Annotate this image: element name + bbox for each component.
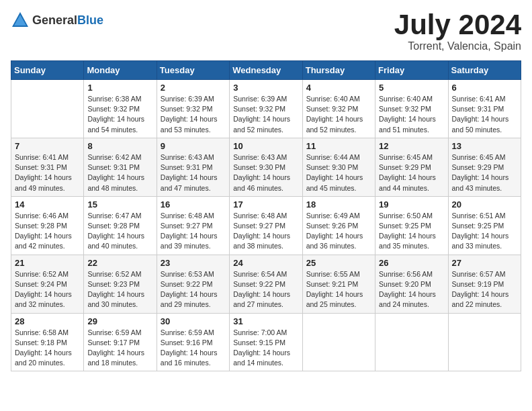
calendar-cell: 22Sunrise: 6:52 AM Sunset: 9:23 PM Dayli… [84,255,157,313]
calendar-cell: 21Sunrise: 6:52 AM Sunset: 9:24 PM Dayli… [11,255,84,313]
calendar-week-row: 28Sunrise: 6:58 AM Sunset: 9:18 PM Dayli… [11,313,521,371]
day-info: Sunrise: 6:42 AM Sunset: 9:31 PM Dayligh… [87,152,152,193]
calendar-cell: 1Sunrise: 6:38 AM Sunset: 9:32 PM Daylig… [84,80,157,138]
day-number: 7 [15,141,80,151]
calendar-weekday-header: Wednesday [230,61,302,80]
day-info: Sunrise: 6:53 AM Sunset: 9:22 PM Dayligh… [161,269,226,310]
day-info: Sunrise: 6:56 AM Sunset: 9:20 PM Dayligh… [379,269,444,310]
calendar-weekday-header: Thursday [302,61,375,80]
calendar-cell [448,313,521,371]
calendar-cell: 17Sunrise: 6:48 AM Sunset: 9:27 PM Dayli… [230,196,302,255]
day-number: 24 [233,258,298,268]
day-number: 3 [233,83,298,93]
day-number: 25 [306,258,371,268]
day-number: 30 [161,316,226,326]
day-number: 31 [233,316,298,326]
calendar-cell [11,80,84,138]
calendar-cell: 6Sunrise: 6:41 AM Sunset: 9:31 PM Daylig… [448,80,521,138]
day-number: 6 [452,83,517,93]
day-number: 12 [379,141,444,151]
day-info: Sunrise: 6:52 AM Sunset: 9:24 PM Dayligh… [15,269,80,310]
calendar-cell: 19Sunrise: 6:50 AM Sunset: 9:25 PM Dayli… [375,196,448,255]
calendar-cell: 4Sunrise: 6:40 AM Sunset: 9:32 PM Daylig… [302,80,375,138]
calendar-weekday-header: Sunday [11,61,84,80]
calendar-cell: 30Sunrise: 6:59 AM Sunset: 9:16 PM Dayli… [157,313,229,371]
location-title: Torrent, Valencia, Spain [394,40,521,52]
day-info: Sunrise: 6:45 AM Sunset: 9:29 PM Dayligh… [379,152,444,193]
logo-icon [11,11,30,30]
day-info: Sunrise: 6:45 AM Sunset: 9:29 PM Dayligh… [452,152,517,193]
calendar-cell: 11Sunrise: 6:44 AM Sunset: 9:30 PM Dayli… [302,138,375,196]
calendar-table: SundayMondayTuesdayWednesdayThursdayFrid… [11,60,521,371]
calendar-weekday-header: Monday [84,61,157,80]
day-info: Sunrise: 6:40 AM Sunset: 9:32 PM Dayligh… [379,94,444,135]
day-number: 27 [452,258,517,268]
day-number: 15 [87,199,152,210]
day-info: Sunrise: 6:58 AM Sunset: 9:18 PM Dayligh… [15,328,80,369]
day-info: Sunrise: 6:54 AM Sunset: 9:22 PM Dayligh… [233,269,298,310]
calendar-cell: 10Sunrise: 6:43 AM Sunset: 9:30 PM Dayli… [230,138,302,196]
calendar-week-row: 14Sunrise: 6:46 AM Sunset: 9:28 PM Dayli… [11,196,521,255]
day-number: 17 [233,199,298,210]
calendar-cell: 23Sunrise: 6:53 AM Sunset: 9:22 PM Dayli… [157,255,229,313]
day-number: 23 [161,258,226,268]
day-info: Sunrise: 6:46 AM Sunset: 9:28 PM Dayligh… [15,211,80,252]
day-number: 10 [233,141,298,151]
day-info: Sunrise: 6:43 AM Sunset: 9:30 PM Dayligh… [233,152,298,193]
calendar-cell: 3Sunrise: 6:39 AM Sunset: 9:32 PM Daylig… [230,80,302,138]
calendar-cell: 28Sunrise: 6:58 AM Sunset: 9:18 PM Dayli… [11,313,84,371]
calendar-weekday-header: Friday [375,61,448,80]
day-number: 28 [15,316,80,326]
day-info: Sunrise: 6:48 AM Sunset: 9:27 PM Dayligh… [161,211,226,252]
day-info: Sunrise: 6:43 AM Sunset: 9:31 PM Dayligh… [161,152,226,193]
page-header: GeneralBlue July 2024 Torrent, Valencia,… [11,11,521,52]
title-area: July 2024 Torrent, Valencia, Spain [394,11,521,52]
day-number: 20 [452,199,517,210]
day-number: 4 [306,83,371,93]
day-number: 11 [306,141,371,151]
day-info: Sunrise: 6:41 AM Sunset: 9:31 PM Dayligh… [15,152,80,193]
calendar-cell: 27Sunrise: 6:57 AM Sunset: 9:19 PM Dayli… [448,255,521,313]
day-number: 1 [87,83,152,93]
calendar-weekday-header: Saturday [448,61,521,80]
day-info: Sunrise: 6:38 AM Sunset: 9:32 PM Dayligh… [87,94,152,135]
calendar-cell: 26Sunrise: 6:56 AM Sunset: 9:20 PM Dayli… [375,255,448,313]
day-number: 9 [161,141,226,151]
calendar-cell [302,313,375,371]
day-info: Sunrise: 6:52 AM Sunset: 9:23 PM Dayligh… [87,269,152,310]
calendar-cell: 9Sunrise: 6:43 AM Sunset: 9:31 PM Daylig… [157,138,229,196]
day-info: Sunrise: 6:50 AM Sunset: 9:25 PM Dayligh… [379,211,444,252]
day-number: 5 [379,83,444,93]
day-info: Sunrise: 6:40 AM Sunset: 9:32 PM Dayligh… [306,94,371,135]
calendar-week-row: 7Sunrise: 6:41 AM Sunset: 9:31 PM Daylig… [11,138,521,196]
day-info: Sunrise: 6:44 AM Sunset: 9:30 PM Dayligh… [306,152,371,193]
calendar-header-row: SundayMondayTuesdayWednesdayThursdayFrid… [11,61,521,80]
calendar-cell: 20Sunrise: 6:51 AM Sunset: 9:25 PM Dayli… [448,196,521,255]
day-number: 19 [379,199,444,210]
calendar-cell: 16Sunrise: 6:48 AM Sunset: 9:27 PM Dayli… [157,196,229,255]
day-info: Sunrise: 6:57 AM Sunset: 9:19 PM Dayligh… [452,269,517,310]
day-info: Sunrise: 6:39 AM Sunset: 9:32 PM Dayligh… [161,94,226,135]
logo-general: General [32,13,77,27]
month-title: July 2024 [394,11,521,39]
day-info: Sunrise: 6:59 AM Sunset: 9:16 PM Dayligh… [161,328,226,369]
calendar-cell: 12Sunrise: 6:45 AM Sunset: 9:29 PM Dayli… [375,138,448,196]
logo: GeneralBlue [11,11,103,30]
day-number: 22 [87,258,152,268]
logo-blue: Blue [77,13,103,27]
day-info: Sunrise: 6:39 AM Sunset: 9:32 PM Dayligh… [233,94,298,135]
day-number: 13 [452,141,517,151]
day-number: 14 [15,199,80,210]
calendar-cell [375,313,448,371]
calendar-cell: 29Sunrise: 6:59 AM Sunset: 9:17 PM Dayli… [84,313,157,371]
day-number: 21 [15,258,80,268]
day-number: 18 [306,199,371,210]
day-info: Sunrise: 6:51 AM Sunset: 9:25 PM Dayligh… [452,211,517,252]
day-info: Sunrise: 6:59 AM Sunset: 9:17 PM Dayligh… [87,328,152,369]
calendar-week-row: 21Sunrise: 6:52 AM Sunset: 9:24 PM Dayli… [11,255,521,313]
day-number: 2 [161,83,226,93]
calendar-week-row: 1Sunrise: 6:38 AM Sunset: 9:32 PM Daylig… [11,80,521,138]
day-info: Sunrise: 6:55 AM Sunset: 9:21 PM Dayligh… [306,269,371,310]
day-number: 16 [161,199,226,210]
day-info: Sunrise: 6:48 AM Sunset: 9:27 PM Dayligh… [233,211,298,252]
